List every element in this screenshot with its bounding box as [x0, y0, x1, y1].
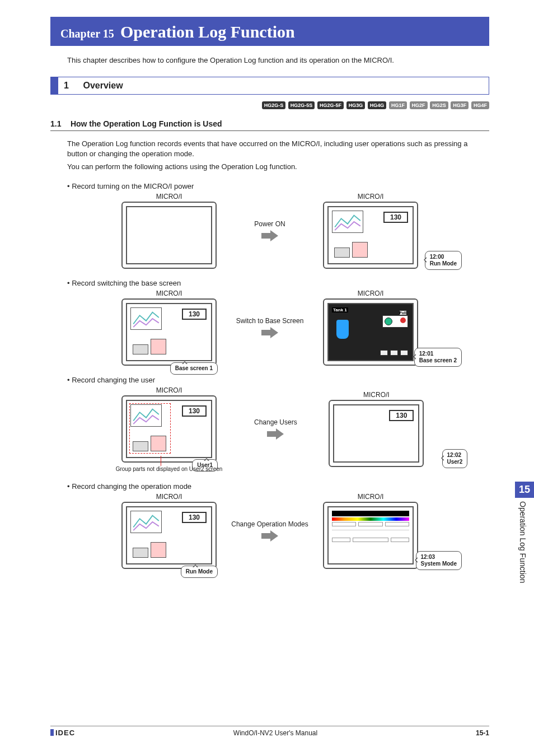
- subsection-number: 1.1: [50, 119, 68, 128]
- device-label: MICRO/I: [358, 290, 384, 297]
- badge: HG3F: [451, 101, 469, 109]
- bar-icon: [133, 548, 148, 558]
- diagram-row-base-screen: MICRO/I 130 Base screen 1 Switch to Base…: [50, 290, 489, 366]
- chapter-header: Chapter 15 Operation Log Function: [50, 17, 489, 46]
- badge: HG2G-5F: [317, 101, 344, 109]
- bubble-text: Run Mode: [186, 568, 213, 575]
- pointer-line-icon: [161, 456, 161, 466]
- bullet: Record changing the user: [67, 376, 489, 384]
- screen: 130: [126, 303, 212, 361]
- screen: 130: [126, 506, 212, 564]
- badge: HG2F: [410, 101, 428, 109]
- bar-icon: [151, 339, 166, 354]
- badge: HG1F: [389, 101, 407, 109]
- bubble-text: Base screen 2: [419, 357, 457, 363]
- badge: HG2G-S: [262, 101, 286, 109]
- bubble-text: User2: [447, 459, 463, 465]
- device-label: MICRO/I: [156, 386, 182, 394]
- bullet: Record switching the base screen: [67, 279, 489, 287]
- device: [121, 202, 217, 269]
- svg-marker-3: [261, 530, 278, 542]
- bubble-time: 12:00: [430, 254, 444, 260]
- device: 12:03 System Mode: [323, 502, 418, 569]
- device: 130 12:02 User2: [329, 400, 424, 467]
- screen: 130: [327, 206, 414, 264]
- product-badges: HG2G-S HG2G-5S HG2G-5F HG3G HG4G HG1F HG…: [50, 100, 489, 109]
- arrow-right-icon: [261, 230, 278, 241]
- device-label: MICRO/I: [363, 391, 390, 399]
- diagram-row-mode: MICRO/I 130 Run Mode Change Operation Mo…: [50, 493, 489, 569]
- brand-text: IDEC: [55, 729, 75, 737]
- tank-icon: [336, 320, 349, 339]
- gauge-icon: Full: [382, 315, 408, 328]
- bar-icon: [151, 436, 166, 451]
- bubble-time: 12:01: [419, 351, 434, 357]
- arrow-right-icon: [267, 428, 284, 440]
- tank-label: Tank 1: [332, 307, 348, 312]
- value-box: 130: [182, 405, 207, 417]
- bar-icon: [352, 242, 368, 258]
- arrow-text: Power ON: [254, 220, 285, 228]
- button-row-icon: [380, 350, 408, 356]
- badge: HG2S: [430, 101, 448, 109]
- side-tab: 15 Operation Log Function: [515, 482, 534, 632]
- paragraph: You can perform the following actions us…: [67, 162, 489, 172]
- arrow-right-icon: [261, 327, 278, 338]
- log-bubble: 12:02 User2: [442, 449, 468, 468]
- mini-chart-icon: [130, 307, 162, 330]
- chapter-intro: This chapter describes how to configure …: [67, 56, 489, 64]
- log-bubble: Run Mode: [181, 566, 218, 578]
- arrow-label: Change Operation Modes: [228, 520, 312, 542]
- gauge-label: Full: [400, 311, 406, 315]
- device: 130 12:00 Run Mode: [323, 202, 418, 269]
- arrow-text: Switch to Base Screen: [236, 317, 304, 325]
- log-bubble: 12:03 System Mode: [416, 551, 462, 570]
- screen: 130: [126, 400, 212, 458]
- mini-chart-icon: [332, 211, 363, 233]
- device-label: MICRO/I: [156, 493, 182, 501]
- device-label: MICRO/I: [358, 493, 384, 501]
- device: 130 User1: [121, 395, 217, 463]
- page-number: 15-1: [476, 729, 489, 737]
- device-label: MICRO/I: [156, 290, 182, 297]
- bullet: Record turning on the MICRO/I power: [67, 182, 489, 190]
- blank-screen: [126, 206, 212, 264]
- device-label: MICRO/I: [358, 193, 384, 200]
- bar-icon: [133, 441, 148, 451]
- svg-marker-2: [267, 428, 284, 440]
- arrow-label: Change Users: [233, 418, 317, 440]
- diagram-row-power: MICRO/I Power ON MICRO/I 130 12:00 Run M…: [50, 193, 489, 269]
- brand-logo: IDEC: [50, 729, 75, 737]
- device-label: MICRO/I: [156, 193, 182, 200]
- svg-marker-0: [261, 230, 278, 241]
- side-tab-text: Operation Log Function: [515, 498, 531, 632]
- group-note-text: Group parts not displayed on User2 scree…: [116, 466, 223, 472]
- value-box: 130: [389, 410, 414, 421]
- page-footer: IDEC WindO/I-NV2 User's Manual 15-1: [50, 726, 489, 737]
- section-header: 1 Overview: [50, 77, 489, 95]
- device: 130 Base screen 1: [121, 298, 217, 366]
- bullet: Record changing the operation mode: [67, 482, 489, 491]
- bubble-text: Run Mode: [430, 260, 457, 267]
- bar-icon: [151, 542, 166, 558]
- device: Tank 1 Full 12:01 Base screen 2: [323, 298, 418, 366]
- svg-marker-1: [261, 327, 278, 338]
- footer-title: WindO/I-NV2 User's Manual: [233, 729, 317, 737]
- screen: 130: [333, 404, 419, 463]
- diagram-row-user: MICRO/I 130 User1 Group parts not displa…: [50, 386, 489, 472]
- arrow-text: Change Users: [254, 418, 297, 426]
- arrow-right-icon: [261, 530, 278, 542]
- mini-chart-icon: [130, 404, 162, 427]
- system-mode-content: [332, 511, 409, 560]
- chapter-number: Chapter 15: [60, 27, 114, 40]
- bubble-time: 12:03: [421, 554, 435, 560]
- section-title: Overview: [83, 81, 123, 90]
- side-tab-number: 15: [515, 482, 534, 498]
- mini-chart-icon: [130, 511, 162, 533]
- bubble-text: Base screen 1: [175, 365, 213, 371]
- arrow-text: Change Operation Modes: [231, 520, 308, 528]
- badge: HG3G: [346, 101, 366, 109]
- value-box: 130: [182, 309, 207, 320]
- subsection-title: How the Operation Log Function is Used: [71, 119, 222, 128]
- screen: Tank 1 Full: [327, 303, 414, 361]
